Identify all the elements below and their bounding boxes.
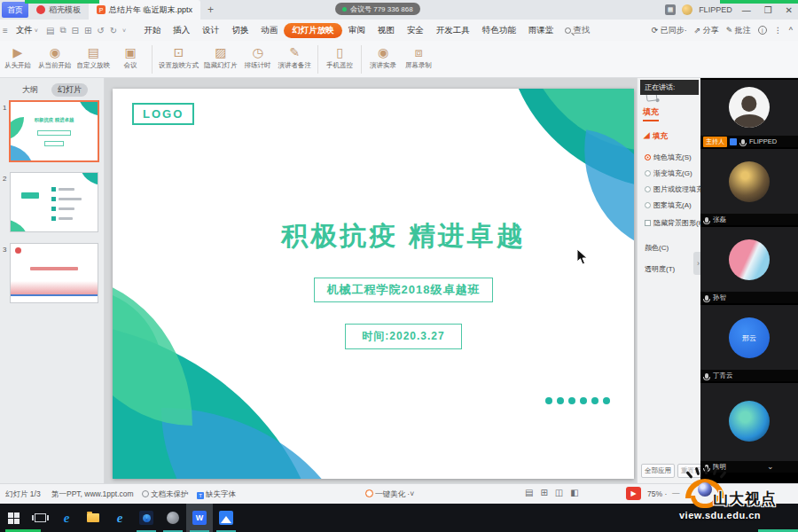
user-avatar[interactable] xyxy=(682,4,692,15)
redo-icon[interactable]: ↻ xyxy=(107,26,120,35)
export-icon[interactable]: ⧉ xyxy=(57,25,68,35)
avatar xyxy=(729,87,770,128)
slide-title[interactable]: 积极抗疫 精进卓越 xyxy=(281,218,525,254)
color-label[interactable]: 颜色(C) xyxy=(645,243,669,253)
participant-tile[interactable]: 主持人 FLIPPED xyxy=(700,80,798,149)
more-menu-icon[interactable]: ⋮ xyxy=(774,26,782,35)
close-icon[interactable]: ✕ xyxy=(782,5,796,15)
menu-view[interactable]: 视图 xyxy=(372,24,401,37)
taskbar-app-blue[interactable] xyxy=(213,504,239,532)
meeting-id-pill[interactable]: 会议号 779 336 868 xyxy=(335,3,420,15)
play-from-current-button[interactable]: ◉从当前开始 xyxy=(35,43,74,72)
menu-review[interactable]: 审阅 xyxy=(342,24,372,37)
radio-picture-fill[interactable]: 图片或纹理填充 xyxy=(645,184,700,194)
slide-subtitle-box[interactable]: 机械工程学院2018级卓越班 xyxy=(314,278,494,302)
camera-icon: ◉ xyxy=(378,45,388,60)
sorter-view-icon[interactable]: ⊞ xyxy=(540,488,547,497)
setup-show-button[interactable]: ⊡设置放映方式 xyxy=(156,43,201,72)
normal-view-icon[interactable]: ▤ xyxy=(525,488,533,497)
taskbar-ie[interactable]: e xyxy=(106,504,133,532)
tab-slides[interactable]: 幻灯片 xyxy=(51,83,88,97)
decor-blob xyxy=(78,102,98,116)
slide-thumbnail-1[interactable]: 积极抗疫 精进卓越 xyxy=(11,102,98,160)
custom-show-button[interactable]: ▤自定义放映 xyxy=(74,43,113,72)
participant-tile[interactable]: 张磊 xyxy=(700,149,798,227)
menu-insert[interactable]: 插入 xyxy=(167,24,196,37)
minimize-icon[interactable]: — xyxy=(739,5,755,15)
save-icon[interactable]: ▤ xyxy=(43,26,57,35)
participant-tile[interactable]: 孙智 xyxy=(700,227,798,305)
missing-font-warning[interactable]: T缺失字体 xyxy=(197,489,236,500)
share-button[interactable]: ⇗ 分享 xyxy=(694,25,719,36)
apps-grid-icon[interactable]: ▦ xyxy=(665,4,676,15)
search-button[interactable]: 查找 xyxy=(559,25,595,36)
file-menu[interactable]: 文件 ˅ xyxy=(11,25,43,36)
menu-slideshow-active[interactable]: 幻灯片放映 xyxy=(284,23,342,38)
document-tab[interactable]: P 总结片年 临近期末.pptx xyxy=(89,0,200,20)
taskbar-app-gray[interactable] xyxy=(160,504,186,532)
taskbar-edge[interactable]: e xyxy=(53,504,80,532)
radio-pattern-fill[interactable]: 图案填充(A) xyxy=(645,200,692,210)
windows-logo-icon xyxy=(8,512,20,524)
help-icon[interactable]: i xyxy=(758,26,767,35)
mouse-cursor xyxy=(576,248,589,266)
fill-section-header[interactable]: ◢ 填充 xyxy=(643,131,668,142)
collapse-ribbon-icon[interactable]: ^ xyxy=(789,26,793,35)
screen-record-button[interactable]: ⧈屏幕录制 xyxy=(401,43,436,72)
menu-security[interactable]: 安全 xyxy=(401,24,430,37)
sync-status[interactable]: ⟳ 已同步· xyxy=(652,25,687,36)
slide-canvas[interactable]: LOGO 积极抗疫 精进卓越 机械工程学院2018级卓越班 时间:2020.3.… xyxy=(113,89,634,479)
menu-rainclass[interactable]: 雨课堂 xyxy=(522,24,560,37)
apply-all-button[interactable]: 全部应用 xyxy=(641,464,675,478)
taskbar-meeting-app[interactable] xyxy=(133,504,160,532)
radio-solid-fill[interactable]: 纯色填充(S) xyxy=(645,153,692,162)
menu-design[interactable]: 设计 xyxy=(196,24,225,37)
phone-icon: ▯ xyxy=(336,45,343,60)
menu-start[interactable]: 开始 xyxy=(137,24,167,37)
play-from-start-button[interactable]: ▶从头开始 xyxy=(0,43,35,72)
reading-view-icon[interactable]: ◫ xyxy=(555,488,563,497)
rehearse-timing-button[interactable]: ◷排练计时 xyxy=(240,43,276,72)
checkbox-hide-background[interactable]: 隐藏背景图形(H) xyxy=(645,218,700,228)
slide-logo-box[interactable]: LOGO xyxy=(132,103,194,125)
fill-tab[interactable]: 填充 xyxy=(643,106,659,121)
meeting-button[interactable]: ▣会议 xyxy=(113,43,148,72)
protection-status: 文档未保护 xyxy=(142,489,189,500)
start-button[interactable] xyxy=(0,504,27,532)
undo-icon[interactable]: ↺ xyxy=(94,26,106,35)
slide-thumbnail-2[interactable] xyxy=(11,173,98,231)
participant-tile[interactable]: 陈明 ⌄ xyxy=(700,383,798,474)
more-chevron-icon[interactable]: ˅ xyxy=(120,27,129,34)
new-tab-button[interactable]: + xyxy=(200,4,221,16)
slideshow-play-button[interactable]: ▶ xyxy=(626,487,641,500)
zoom-out-icon[interactable]: — xyxy=(672,489,680,497)
ribbon-separator xyxy=(317,45,318,74)
task-view-button[interactable] xyxy=(27,504,53,532)
speaker-notes-button[interactable]: ✎演讲者备注 xyxy=(276,43,315,72)
preview-icon[interactable]: ⊞ xyxy=(82,26,94,35)
radio-gradient-fill[interactable]: 渐变填充(G) xyxy=(645,168,692,178)
tab-outline[interactable]: 大纲 xyxy=(16,83,44,97)
phone-remote-button[interactable]: ▯手机遥控 xyxy=(322,43,357,72)
lecture-record-button[interactable]: ◉演讲实录 xyxy=(365,43,401,72)
transparency-label[interactable]: 透明度(T) xyxy=(645,264,675,274)
chevron-down-icon[interactable]: ⌄ xyxy=(767,462,774,471)
restore-icon[interactable]: ❐ xyxy=(761,5,776,15)
menu-transition[interactable]: 切换 xyxy=(225,24,254,37)
beautify-button[interactable]: 一键美化 ·˅ xyxy=(365,489,414,500)
notes-view-icon[interactable]: ◧ xyxy=(570,488,578,497)
print-icon[interactable]: ⊟ xyxy=(69,26,82,35)
participant-tile[interactable]: 邢云 丁青云 xyxy=(700,305,798,383)
menu-animation[interactable]: 动画 xyxy=(254,24,284,37)
hide-slide-button[interactable]: ▨隐藏幻灯片 xyxy=(201,43,240,72)
taskbar-wps[interactable]: W xyxy=(186,504,213,532)
comment-button[interactable]: ✎ 批注 xyxy=(726,25,751,36)
taskbar-file-explorer[interactable] xyxy=(80,504,106,532)
menu-devtools[interactable]: 开发工具 xyxy=(430,24,476,37)
slide-thumbnail-3[interactable] xyxy=(11,244,98,302)
home-tab[interactable]: 首页 xyxy=(2,2,28,18)
zoom-level[interactable]: 75% · xyxy=(647,489,667,498)
hamburger-icon[interactable]: ≡ xyxy=(0,26,11,35)
menu-features[interactable]: 特色功能 xyxy=(476,24,522,37)
slide-date-box[interactable]: 时间:2020.3.27 xyxy=(345,324,461,349)
